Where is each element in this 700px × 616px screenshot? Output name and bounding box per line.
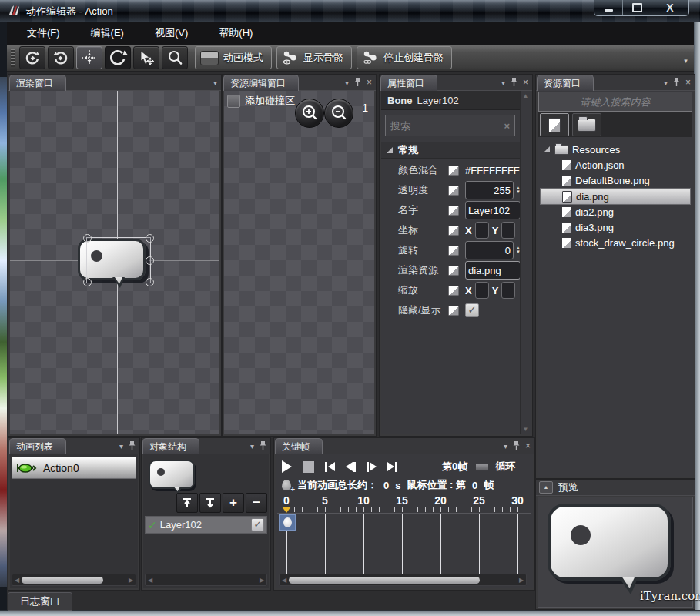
add-collision-checkbox[interactable] <box>227 95 240 108</box>
x-field[interactable] <box>475 222 489 239</box>
keyframe-marker-icon[interactable] <box>448 266 459 276</box>
scroll-thumb[interactable] <box>22 577 103 584</box>
tree-item[interactable]: dia3.png <box>540 219 691 235</box>
scroll-right-arrow[interactable]: ▶ <box>257 577 266 584</box>
resources-pin-icon[interactable] <box>673 78 680 87</box>
toolbar-grip[interactable] <box>11 49 15 67</box>
scroll-left-arrow[interactable]: ◀ <box>12 577 22 584</box>
step-forward-button[interactable] <box>367 462 377 472</box>
x-field[interactable] <box>475 282 489 299</box>
scroll-left-arrow[interactable]: ◀ <box>146 577 155 584</box>
animation-list-menu-icon[interactable]: ▾ <box>119 442 123 450</box>
keyframe-hscrollbar[interactable]: ◀ ▶ <box>279 574 527 586</box>
log-panel-tab[interactable]: 日志窗口 <box>8 592 72 611</box>
object-structure-tab[interactable]: 对象结构 <box>142 438 199 454</box>
keyframe-marker-icon[interactable] <box>448 306 459 316</box>
keyframe-tab[interactable]: 关键帧 <box>275 438 323 454</box>
tree-root-resources[interactable]: Resources <box>540 142 691 157</box>
maximize-button[interactable] <box>623 0 651 15</box>
properties-pin-icon[interactable] <box>511 78 517 87</box>
search-clear-icon[interactable]: × <box>504 120 514 132</box>
animation-item-action0[interactable]: Action0 <box>12 457 136 479</box>
tree-item[interactable]: stock_draw_circle.png <box>540 235 691 250</box>
animation-list-hscrollbar[interactable]: ◀ ▶ <box>12 574 136 586</box>
zoom-tool-button[interactable] <box>162 46 188 69</box>
selection-handle-bottom-left[interactable] <box>83 278 92 286</box>
selection-handle-top-left[interactable] <box>83 234 92 243</box>
menu-file[interactable]: 文件(F) <box>16 25 71 42</box>
move-layer-down-button[interactable] <box>199 493 221 513</box>
render-panel-tab[interactable]: 渲染窗口 <box>9 75 66 91</box>
playhead-marker[interactable] <box>282 507 291 513</box>
stop-button[interactable] <box>303 461 314 473</box>
resource-edit-pin-icon[interactable] <box>354 78 361 87</box>
remove-layer-button[interactable]: − <box>246 493 267 513</box>
resource-edit-canvas[interactable]: 添加碰撞区 1 <box>224 91 374 434</box>
keyframe-cell-frame0[interactable] <box>279 514 296 531</box>
preview-collapse-button[interactable]: ▲ <box>539 481 553 494</box>
y-field[interactable] <box>501 222 515 239</box>
resource-edit-close-icon[interactable]: × <box>367 78 372 87</box>
loop-checkbox[interactable] <box>475 463 489 471</box>
tree-item-selected[interactable]: dia.png <box>540 188 691 205</box>
scroll-right-arrow[interactable]: ▶ <box>126 577 136 584</box>
resources-search-input[interactable] <box>539 95 692 109</box>
keyframe-marker-icon[interactable] <box>448 286 459 296</box>
properties-tab[interactable]: 属性窗口 <box>380 75 437 91</box>
scroll-right-arrow[interactable]: ▶ <box>517 577 526 584</box>
toolbar-overflow-button[interactable]: —▾ <box>682 52 689 64</box>
section-expander-icon[interactable] <box>387 147 393 153</box>
object-structure-hscrollbar[interactable]: ◀ ▶ <box>145 574 267 586</box>
render-resource-field[interactable]: dia.png <box>465 261 521 280</box>
keyframe-marker-icon[interactable] <box>448 226 459 236</box>
resources-menu-icon[interactable]: ▾ <box>664 79 668 87</box>
keyframe-marker-icon[interactable] <box>448 246 459 256</box>
rotate-tool-button[interactable] <box>105 46 131 69</box>
opacity-field[interactable]: 255 <box>465 181 514 199</box>
zoom-in-button[interactable] <box>295 99 324 128</box>
name-field[interactable]: Layer102 <box>465 201 521 219</box>
y-field[interactable] <box>501 282 515 299</box>
scroll-up-arrow[interactable]: ▲ <box>521 91 531 101</box>
selection-handle-bottom-right[interactable] <box>146 278 154 286</box>
menu-help[interactable]: 帮助(H) <box>208 25 263 42</box>
resources-close-icon[interactable]: × <box>685 78 691 87</box>
step-back-button[interactable] <box>346 462 356 472</box>
rotate-ccw-button[interactable] <box>19 46 45 69</box>
tree-expander-icon[interactable] <box>544 146 550 152</box>
layer-row[interactable]: ✓ Layer102 ✓ <box>145 516 267 534</box>
tree-item[interactable]: dia2.png <box>540 204 691 219</box>
add-keyframe-icon[interactable] <box>282 480 291 490</box>
minimize-button[interactable] <box>594 0 623 15</box>
selection-handle-top-right[interactable] <box>146 234 154 243</box>
keyframe-close-icon[interactable]: × <box>525 441 531 450</box>
animation-list-tab[interactable]: 动画列表 <box>9 438 66 454</box>
keyframe-marker-icon[interactable] <box>448 186 459 196</box>
menu-view[interactable]: 视图(V) <box>144 25 199 42</box>
rotation-field[interactable]: 0 <box>465 241 514 259</box>
properties-menu-icon[interactable]: ▾ <box>501 79 505 87</box>
render-panel-menu-icon[interactable]: ▾ <box>213 79 217 87</box>
select-move-tool-button[interactable] <box>133 46 159 69</box>
scroll-thumb[interactable] <box>289 577 480 584</box>
properties-vertical-scrollbar[interactable]: ▲ ▼ <box>520 91 531 434</box>
visibility-checkbox[interactable]: ✓ <box>465 303 479 317</box>
folder-view-button[interactable] <box>572 113 601 136</box>
resource-edit-menu-icon[interactable]: ▾ <box>345 79 349 87</box>
render-canvas[interactable] <box>10 91 219 434</box>
keyframe-marker-icon[interactable] <box>448 166 459 176</box>
skip-start-button[interactable] <box>325 462 335 472</box>
section-general[interactable]: 常规 <box>381 142 521 159</box>
menu-edit[interactable]: 编辑(E) <box>80 25 135 42</box>
resource-edit-tab[interactable]: 资源编辑窗口 <box>223 75 299 91</box>
timeline-ruler[interactable]: 0 5 10 15 20 25 30 <box>286 494 533 511</box>
skip-end-button[interactable] <box>387 462 397 472</box>
center-view-button[interactable] <box>76 46 102 69</box>
selection-handle-right-middle[interactable] <box>146 256 154 265</box>
zoom-out-button[interactable] <box>324 99 353 128</box>
tree-item[interactable]: DefaultBone.png <box>540 172 691 188</box>
tree-item[interactable]: Action.json <box>540 157 691 172</box>
add-layer-button[interactable]: + <box>223 493 244 513</box>
layer-checkbox[interactable]: ✓ <box>251 518 264 531</box>
stop-create-bones-button[interactable]: 停止创建骨骼 <box>357 46 452 69</box>
